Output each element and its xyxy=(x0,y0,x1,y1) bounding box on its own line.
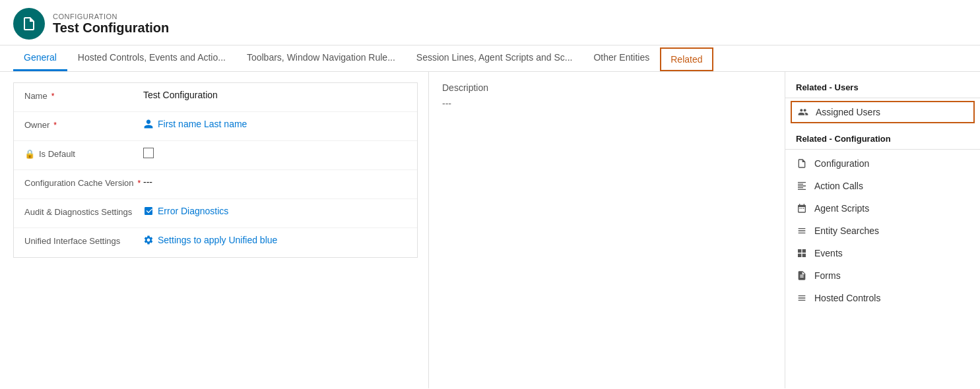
configuration-icon xyxy=(796,158,808,169)
assigned-users-label: Assigned Users xyxy=(816,107,880,117)
label-is-default: 🔒 Is Default xyxy=(24,148,143,159)
app-icon xyxy=(13,8,45,40)
related-item-entity-searches[interactable]: Entity Searches xyxy=(785,220,980,242)
audit-link: Error Diagnostics xyxy=(158,206,228,216)
related-config-title: Related - Configuration xyxy=(785,129,980,149)
label-cache-version: Configuration Cache Version * xyxy=(24,177,143,188)
description-panel: Description --- xyxy=(429,72,785,388)
related-item-hosted-controls[interactable]: Hosted Controls xyxy=(785,287,980,309)
form-row-is-default: 🔒 Is Default xyxy=(14,141,417,170)
tab-other-entities[interactable]: Other Entities xyxy=(583,45,660,71)
related-item-forms[interactable]: Forms xyxy=(785,264,980,287)
form-row-name: Name * Test Configuration xyxy=(14,83,417,112)
description-label: Description xyxy=(442,82,771,93)
tab-related[interactable]: Related xyxy=(660,47,713,71)
related-users-title: Related - Users xyxy=(785,77,980,98)
value-audit[interactable]: Error Diagnostics xyxy=(143,206,407,216)
owner-name: First name Last name xyxy=(158,119,247,129)
divider-config xyxy=(785,149,980,150)
tab-hosted-controls[interactable]: Hosted Controls, Events and Actio... xyxy=(67,45,236,71)
diagnostics-icon xyxy=(143,206,154,216)
related-item-action-calls[interactable]: Action Calls xyxy=(785,175,980,197)
label-name: Name * xyxy=(24,90,143,101)
hosted-controls-icon xyxy=(796,292,808,304)
related-item-agent-scripts[interactable]: Agent Scripts xyxy=(785,197,980,220)
tab-session-lines[interactable]: Session Lines, Agent Scripts and Sc... xyxy=(406,45,583,71)
form-row-owner: Owner * First name Last name xyxy=(14,112,417,141)
agent-scripts-icon xyxy=(796,202,808,214)
value-cache-version: --- xyxy=(143,177,407,187)
settings-icon xyxy=(143,235,154,245)
header-text: CONFIGURATION Test Configuration xyxy=(53,13,169,36)
forms-icon xyxy=(796,270,808,282)
document-icon xyxy=(21,16,37,32)
person-icon xyxy=(143,119,154,129)
form-row-audit: Audit & Diagnostics Settings Error Diagn… xyxy=(14,199,417,228)
action-calls-label: Action Calls xyxy=(814,181,863,191)
form-row-cache-version: Configuration Cache Version * --- xyxy=(14,170,417,199)
required-indicator-owner: * xyxy=(53,121,57,130)
tab-toolbars[interactable]: Toolbars, Window Navigation Rule... xyxy=(236,45,406,71)
related-panel: Related - Users Assigned Users Related -… xyxy=(785,72,980,388)
hosted-controls-label: Hosted Controls xyxy=(814,293,880,303)
header: CONFIGURATION Test Configuration xyxy=(0,0,980,45)
related-item-assigned-users[interactable]: Assigned Users xyxy=(791,101,975,123)
config-title: Test Configuration xyxy=(53,20,169,36)
divider-users xyxy=(785,98,980,98)
value-name: Test Configuration xyxy=(143,90,407,100)
checkbox-is-default[interactable] xyxy=(143,148,154,158)
agent-scripts-label: Agent Scripts xyxy=(814,203,869,214)
value-unified[interactable]: Settings to apply Unified blue xyxy=(143,235,407,245)
value-is-default xyxy=(143,148,407,160)
required-indicator-cache: * xyxy=(138,179,141,188)
related-item-events[interactable]: Events xyxy=(785,242,980,264)
config-label: CONFIGURATION xyxy=(53,13,169,20)
description-value: --- xyxy=(442,98,771,109)
forms-label: Forms xyxy=(814,270,841,281)
label-owner: Owner * xyxy=(24,119,143,130)
events-icon xyxy=(796,247,808,259)
tab-bar: General Hosted Controls, Events and Acti… xyxy=(0,45,980,72)
action-calls-icon xyxy=(796,180,808,192)
label-audit: Audit & Diagnostics Settings xyxy=(24,206,143,217)
assigned-users-icon xyxy=(797,106,809,118)
unified-link: Settings to apply Unified blue xyxy=(158,235,277,245)
value-owner[interactable]: First name Last name xyxy=(143,119,407,129)
events-label: Events xyxy=(814,248,843,258)
label-unified: Unified Interface Settings xyxy=(24,235,143,246)
related-item-configuration[interactable]: Configuration xyxy=(785,152,980,175)
lock-icon: 🔒 xyxy=(24,149,35,159)
required-indicator-name: * xyxy=(51,92,55,101)
form-panel: Name * Test Configuration Owner * First … xyxy=(0,72,429,388)
entity-searches-icon xyxy=(796,225,808,237)
form-row-unified: Unified Interface Settings Settings to a… xyxy=(14,228,417,257)
main-content: Name * Test Configuration Owner * First … xyxy=(0,72,980,388)
form-card: Name * Test Configuration Owner * First … xyxy=(13,82,418,258)
entity-searches-label: Entity Searches xyxy=(814,225,879,236)
configuration-label: Configuration xyxy=(814,158,869,169)
tab-general[interactable]: General xyxy=(13,45,67,71)
